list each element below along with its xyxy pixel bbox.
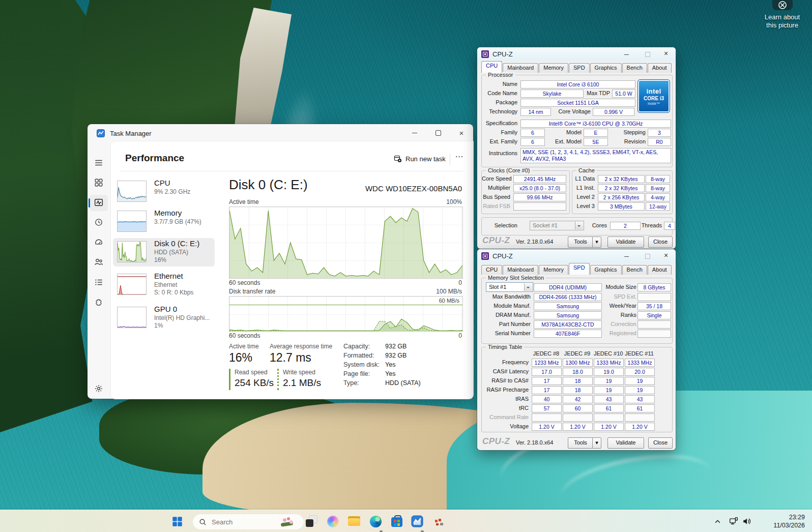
tray-volume-button[interactable] — [740, 514, 754, 528]
tab-graphics[interactable]: Graphics — [590, 265, 622, 275]
codename-label: Code Name — [482, 90, 517, 97]
model-label: Model — [546, 129, 582, 136]
tools-dropdown-button[interactable]: ▾ — [592, 237, 601, 248]
timing-cell: 61 — [594, 404, 624, 412]
list-item-cpu-title[interactable]: CPU — [154, 179, 170, 187]
write-speed-value: 2.1 MB/s — [283, 377, 321, 389]
minimize-button[interactable] — [403, 124, 426, 141]
timing-cell: 1300 MHz — [563, 359, 593, 367]
taskbar-search[interactable] — [192, 514, 304, 530]
read-speed-value: 254 KB/s — [235, 377, 274, 389]
file-explorer-button[interactable] — [347, 514, 361, 528]
list-item-ethernet-sub1: Ethernet — [154, 281, 177, 288]
chart1-max: 100% — [446, 198, 462, 205]
l1-inst-field: 2 x 32 KBytes — [598, 184, 645, 192]
task-view-button[interactable] — [304, 514, 318, 528]
tab-bench[interactable]: Bench — [622, 265, 647, 275]
chevron-down-icon — [524, 283, 532, 291]
ethernet-mini-chart — [117, 274, 147, 295]
close-button[interactable]: × — [660, 251, 672, 260]
run-new-task-button[interactable]: Run new task — [389, 152, 451, 166]
tab-about[interactable]: About — [648, 265, 672, 275]
tab-mainboard[interactable]: Mainboard — [503, 265, 538, 275]
timing-cell: 57 — [532, 404, 562, 412]
chevron-down-icon — [575, 222, 583, 229]
capacity-label: Capacity: — [343, 343, 370, 350]
minimize-button[interactable] — [621, 251, 632, 260]
windows-logo-icon — [172, 516, 183, 527]
task-manager-taskbar-button[interactable] — [410, 514, 424, 528]
tray-network-button[interactable] — [727, 514, 741, 528]
search-input[interactable] — [211, 518, 274, 526]
technology-field: 14 nm — [520, 108, 551, 116]
socket-selector[interactable]: Socket #1 — [530, 221, 584, 230]
tab-about[interactable]: About — [648, 63, 672, 73]
minimize-button[interactable] — [621, 49, 632, 58]
processes-icon[interactable] — [94, 178, 103, 187]
maximize-button[interactable] — [642, 49, 653, 58]
ranks-field: Single — [637, 311, 671, 319]
spotlight-label-line2[interactable]: this picture — [753, 21, 811, 29]
validate-button[interactable]: Validate — [607, 437, 644, 449]
header-divider — [450, 154, 450, 165]
tray-chevron-button[interactable] — [710, 514, 724, 528]
details-icon[interactable] — [94, 278, 103, 287]
transfer-rate-chart: 60 MB/s — [229, 296, 463, 332]
performance-icon[interactable] — [94, 198, 103, 207]
app-history-icon[interactable] — [94, 218, 103, 227]
tools-button[interactable]: Tools — [568, 437, 593, 449]
task-view-icon — [306, 516, 317, 527]
close-cpuz-button[interactable]: Close — [648, 437, 673, 449]
validate-button[interactable]: Validate — [607, 237, 644, 248]
tab-spd[interactable]: SPD — [569, 63, 590, 73]
tab-cpu[interactable]: CPU — [481, 61, 502, 73]
copilot-button[interactable] — [326, 514, 340, 528]
menu-icon[interactable] — [94, 158, 103, 167]
startup-apps-icon[interactable] — [94, 238, 103, 247]
close-button[interactable]: × — [450, 124, 473, 141]
memory-mini-chart — [117, 211, 147, 232]
close-cpuz-button[interactable]: Close — [648, 237, 673, 248]
tab-spd[interactable]: SPD — [569, 263, 590, 275]
tab-memory[interactable]: Memory — [539, 265, 568, 275]
module-size-label: Module Size — [604, 283, 636, 291]
list-item-disk-title[interactable]: Disk 0 (C: E:) — [154, 239, 199, 248]
list-item-ethernet-title[interactable]: Ethernet — [154, 272, 183, 280]
command-rate-label: Command Rate — [482, 413, 529, 421]
chart2-label: Disk transfer rate — [229, 288, 275, 295]
list-item-gpu-title[interactable]: GPU 0 — [154, 305, 177, 313]
timing-cell: 1333 MHz — [594, 359, 624, 367]
maximize-button[interactable] — [642, 251, 653, 260]
page-file-value: Yes — [385, 370, 395, 377]
users-icon[interactable] — [94, 257, 103, 267]
list-item-memory-title[interactable]: Memory — [154, 209, 182, 217]
timing-cell: 17.0 — [532, 368, 562, 376]
start-button[interactable] — [170, 514, 184, 528]
week-year-field: 35 / 18 — [637, 302, 671, 310]
settings-icon[interactable] — [94, 384, 103, 393]
tab-bench[interactable]: Bench — [622, 63, 647, 73]
name-field: Intel Core i3 6100 — [520, 80, 635, 88]
edge-button[interactable] — [368, 514, 383, 528]
active-time-stat-label: Active time — [229, 343, 259, 350]
cpu-mini-chart — [117, 181, 147, 202]
slot-selector[interactable]: Slot #1 — [486, 282, 533, 292]
store-button[interactable] — [390, 514, 404, 528]
tab-cpu[interactable]: CPU — [481, 265, 502, 275]
spotlight-icon[interactable] — [772, 0, 793, 10]
timing-cell: 1.20 V — [625, 423, 655, 431]
tools-dropdown-button[interactable]: ▾ — [592, 437, 601, 449]
spotlight-label-line1[interactable]: Learn about — [753, 13, 811, 21]
close-button[interactable]: × — [660, 49, 672, 58]
taskbar-clock[interactable]: 23:29 11/03/2026 — [773, 513, 805, 529]
tab-graphics[interactable]: Graphics — [590, 63, 622, 73]
maximize-button[interactable] — [426, 124, 450, 141]
tools-button[interactable]: Tools — [568, 237, 593, 248]
avg-response-value: 12.7 ms — [270, 351, 311, 365]
partial-app-button[interactable] — [432, 514, 447, 528]
write-speed-block: Write speed 2.1 MB/s — [277, 369, 321, 390]
timing-cell: 18 — [563, 377, 593, 385]
services-icon[interactable] — [94, 298, 103, 307]
tab-memory[interactable]: Memory — [539, 63, 568, 73]
more-options-button[interactable]: … — [455, 150, 464, 160]
